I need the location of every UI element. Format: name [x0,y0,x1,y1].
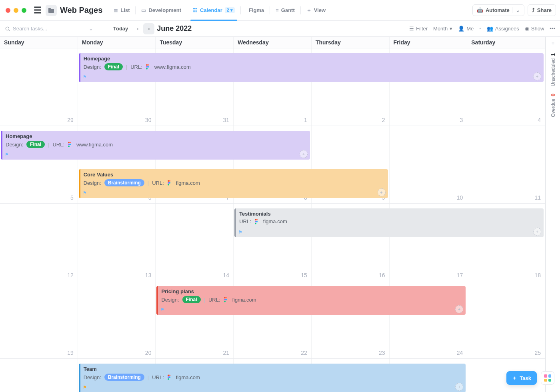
prev-month-button[interactable]: ‹ [132,23,143,34]
day-number: 4 [538,117,541,123]
event-title: Homepage [6,133,306,139]
today-button[interactable]: Today [109,24,132,33]
day-cell[interactable]: 25 [467,281,545,358]
folder-icon[interactable] [46,5,57,16]
share-button[interactable]: ⤴ Share [528,4,556,16]
assign-button[interactable]: + [300,150,308,158]
tab-badge: 2 ▾ [225,7,235,13]
svg-point-15 [168,184,169,186]
calendar-event[interactable]: Pricing plansDesign: Final | URL: figma.… [156,286,466,315]
maximize-window-icon[interactable] [22,8,26,13]
tab-calendar[interactable]: ☷Calendar2 ▾ [187,0,240,20]
me-filter[interactable]: 👤Me [458,26,474,32]
url-label: URL: [208,297,220,303]
assign-button[interactable]: + [533,228,541,236]
minimize-window-icon[interactable] [14,8,18,13]
assign-button[interactable]: + [533,72,541,80]
flag-icon: ⚑ [83,385,87,390]
search-input[interactable] [13,26,85,32]
new-task-button[interactable]: ＋ Task [506,371,537,385]
day-cell[interactable]: 13 [78,204,156,281]
day-number: 16 [379,272,385,278]
next-month-button[interactable]: › [143,23,154,34]
day-number: 20 [145,350,152,356]
flag-icon: ⚑ [83,74,87,80]
automate-button[interactable]: 🤖 Automate ⌄ [472,4,524,16]
svg-point-20 [255,222,256,224]
calendar-event[interactable]: TestimonialsURL: figma.com⚑+ [234,208,544,237]
unscheduled-panel[interactable]: Unscheduled 1 [550,53,556,86]
design-label: Design: [84,64,101,70]
menu-icon[interactable]: ☰ [30,5,46,16]
flag-icon: ⚑ [5,152,9,157]
figma-icon [254,219,260,224]
day-cell[interactable]: 29 [0,48,78,126]
day-cell[interactable]: 20 [78,281,156,358]
day-header: Saturday [467,37,545,48]
search-icon [5,26,10,32]
design-label: Design: [6,142,23,148]
url-label: URL: [52,142,64,148]
assignees-filter[interactable]: 👥Assignees [487,26,519,32]
figma-icon [146,64,151,70]
flag-icon: ⚑ [83,190,87,196]
flag-icon: ⚑ [238,230,242,235]
tab-development[interactable]: ▭Development [136,0,187,20]
show-button[interactable]: ◉Show [525,26,544,32]
event-url: www.figma.com [76,142,113,148]
design-label: Design: [84,180,101,186]
calendar-event[interactable]: HomepageDesign: Final | URL: www.figma.c… [1,131,310,160]
search-chevron-down-icon[interactable]: ⌄ [87,24,95,33]
filter-button[interactable]: ☰Filter [409,26,428,32]
rail-drag-icon[interactable]: ≡ [552,40,555,46]
overdue-panel[interactable]: Overdue 0 [550,94,556,117]
share-label: Share [537,7,552,13]
url-label: URL: [130,64,142,70]
close-window-icon[interactable] [6,8,10,13]
overdue-count: 0 [550,94,556,96]
person-icon: 👤 [458,26,464,32]
day-number: 19 [67,350,74,356]
figma-icon [224,297,229,302]
gantt-icon: ≡ [276,7,279,13]
calendar-event[interactable]: TeamDesign: Brainstorming | URL: figma.c… [79,364,466,392]
day-number: 1 [304,117,307,123]
automate-label: Automate [486,7,510,13]
day-header: Friday [390,37,468,48]
assign-button[interactable]: + [455,383,463,391]
svg-point-12 [169,180,170,182]
event-url: figma.com [263,218,287,224]
day-number: 12 [67,272,74,278]
svg-point-9 [69,144,71,145]
range-select[interactable]: Month ▾ [433,26,452,32]
assign-button[interactable]: + [378,188,386,196]
day-header: Thursday [312,37,390,48]
chevron-down-icon[interactable]: ⌄ [512,7,520,13]
design-status-pill: Brainstorming [104,374,144,381]
event-url: figma.com [232,297,256,303]
day-number: 22 [301,350,307,356]
design-status-pill: Final [26,141,45,148]
figma-icon [167,180,173,186]
day-cell[interactable]: 14 [156,204,234,281]
svg-point-27 [169,374,170,376]
svg-point-10 [68,146,70,147]
day-cell[interactable]: 19 [0,281,78,358]
tab-list[interactable]: ≣List [108,0,135,20]
design-status-pill: Brainstorming [104,179,144,186]
assign-button[interactable]: + [455,305,463,313]
tab-figma[interactable]: Figma [241,0,270,20]
day-cell[interactable]: 11 [467,126,545,203]
tab-gantt[interactable]: ≡Gantt [270,0,300,20]
day-number: 2 [382,117,385,123]
more-menu[interactable]: ••• [550,26,555,32]
calendar-event[interactable]: Core ValuesDesign: Brainstorming | URL: … [79,169,388,198]
day-cell[interactable]: 10 [390,126,468,203]
calendar-event[interactable]: HomepageDesign: Final | URL: www.figma.c… [79,53,544,82]
day-cell[interactable]: 12 [0,204,78,281]
tab-view[interactable]: ＋View [301,0,331,20]
day-number: 11 [534,194,541,201]
window-controls [4,8,30,13]
event-url: figma.com [176,180,200,186]
apps-button[interactable] [541,371,554,385]
